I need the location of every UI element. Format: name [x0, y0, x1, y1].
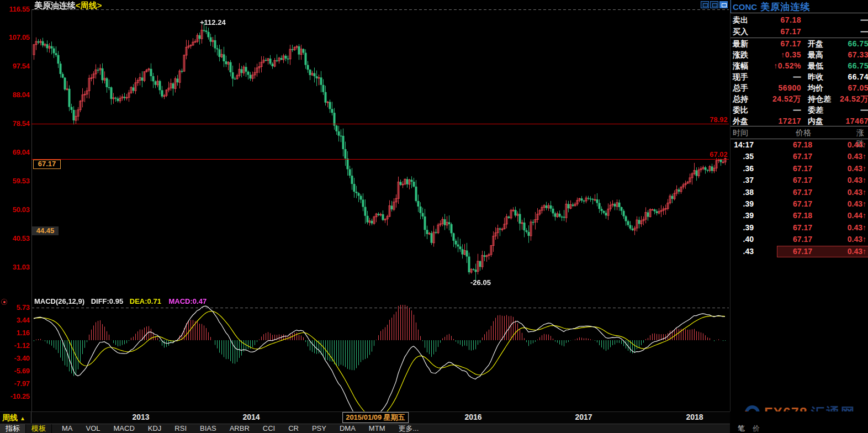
quote-value: —	[829, 104, 868, 115]
chart-symbol-title: 美原油连续	[34, 1, 76, 10]
quote-row: 涨跌↑0.35最高67.33	[731, 49, 868, 60]
quote-label: 昨收	[808, 71, 823, 82]
quote-extra: —	[829, 26, 868, 37]
quote-value: 67.17	[761, 38, 801, 49]
quote-label: 开盘	[808, 38, 823, 49]
trades-header-price: 价格	[796, 127, 811, 138]
trade-change: 0.44↑	[824, 210, 866, 221]
tab-macd[interactable]: MACD	[107, 424, 141, 433]
quote-value: 24.52万	[829, 93, 868, 104]
period-selector[interactable]: 周线 ▲	[0, 412, 31, 423]
tab-vol[interactable]: VOL	[80, 424, 107, 433]
chart-layout-toolbar	[701, 1, 728, 8]
crosshair-date-label: 2015/01/09 星期五	[342, 412, 409, 423]
quote-value: 66.75	[829, 60, 868, 71]
trade-change: 0.43↑	[824, 151, 866, 162]
tab-kdj[interactable]: KDJ	[141, 424, 168, 433]
quote-label: 买入	[733, 26, 748, 37]
macd-title: MACD(26,12,9)	[34, 297, 84, 305]
footer-tab-0[interactable]: 笔	[738, 424, 745, 432]
period-arrow-icon: ▲	[20, 415, 25, 421]
tab-更多[interactable]: 更多...	[391, 424, 425, 433]
trade-time: .37	[731, 175, 754, 186]
trade-row[interactable]: .3967.170.43↑	[731, 222, 868, 234]
trade-row[interactable]: .4367.170.43↑	[731, 246, 868, 257]
quote-panel: CONC美原油连续 卖出67.18—买入67.17—最新67.17开盘66.75…	[730, 0, 868, 411]
quote-row: 总持24.52万持仓差24.52万	[731, 93, 868, 104]
trade-row[interactable]: .3767.170.43↑	[731, 175, 868, 186]
quote-row: 卖出67.18—	[731, 14, 868, 25]
tab-cci[interactable]: CCI	[256, 424, 282, 433]
price-axis-label: 40.53	[1, 234, 30, 242]
footer-tab-1[interactable]: 价	[753, 424, 760, 432]
trade-row[interactable]: .3567.170.43↑	[731, 151, 868, 162]
quote-value: 67.17	[761, 26, 801, 37]
trade-change: 0.44↑	[824, 139, 866, 151]
trade-time: .39	[731, 222, 754, 234]
price-axis-label: 97.54	[1, 62, 30, 70]
macd-axis-label: 3.44	[1, 316, 30, 324]
price-top-gridline	[31, 9, 729, 10]
tab-rsi[interactable]: RSI	[168, 424, 193, 433]
tab-bias[interactable]: BIAS	[193, 424, 223, 433]
trade-price: 67.18	[775, 139, 812, 151]
tab-arbr[interactable]: ARBR	[223, 424, 256, 433]
quote-row: 最新67.17开盘66.75	[731, 38, 868, 49]
trade-time: .35	[731, 151, 754, 162]
watermark-brand: FX678	[764, 405, 808, 411]
price-axis-label: 107.05	[1, 33, 30, 41]
tab-dma[interactable]: DMA	[333, 424, 362, 433]
pane-switch-icon[interactable]	[710, 1, 718, 8]
trade-price: 67.17	[775, 222, 812, 234]
fx678-logo-icon	[745, 405, 760, 411]
quote-label: 总持	[733, 93, 748, 104]
year-label: 2016	[464, 413, 481, 421]
quote-label: 内盘	[808, 115, 823, 126]
quote-value: 17467	[829, 115, 868, 126]
quote-label: 持仓差	[808, 93, 831, 104]
low-annotation: -26.05	[470, 278, 491, 287]
trade-change: 0.43↑	[824, 234, 866, 245]
crosshair-price-tag: 44.45	[32, 226, 59, 235]
trade-row[interactable]: .4067.170.43↑	[731, 234, 868, 245]
tab-cr[interactable]: CR	[282, 424, 305, 433]
tab-templates[interactable]: 模板	[26, 424, 52, 433]
quote-row: 委比—委差—	[731, 104, 868, 115]
symbol-code: CONC	[733, 2, 757, 12]
macd-macd-value: MACD:0.47	[169, 297, 207, 305]
trade-time: .43	[731, 246, 754, 257]
pane-layout-icon[interactable]	[701, 1, 709, 8]
support-line	[31, 159, 729, 160]
quote-value: —	[761, 71, 801, 82]
watermark: FX678 汇通网	[745, 404, 856, 411]
trade-row[interactable]: .3667.170.43↑	[731, 163, 868, 175]
trade-row[interactable]: .3967.170.43↑	[731, 198, 868, 210]
trade-row[interactable]: 14:1767.180.44↑	[731, 139, 868, 151]
quote-label: 委差	[808, 104, 823, 115]
year-label: 2013	[132, 413, 149, 421]
trade-row[interactable]: .3867.170.43↑	[731, 187, 868, 198]
quote-row: 买入67.17—	[731, 26, 868, 37]
macd-axis-label: -7.97	[1, 379, 30, 388]
quote-label: 最高	[808, 49, 823, 60]
tab-indicators[interactable]: 指标	[0, 424, 26, 433]
tab-ma[interactable]: MA	[55, 424, 80, 433]
trade-row[interactable]: .3967.180.44↑	[731, 210, 868, 221]
price-axis-label: 116.55	[1, 5, 30, 13]
trade-change: 0.43↑	[824, 198, 866, 210]
quote-label: 外盘	[733, 115, 748, 126]
macd-top-gridline	[31, 308, 729, 308]
quote-label: 涨跌	[733, 49, 748, 60]
support-line-label: 67.02	[710, 150, 728, 159]
quote-value: 56900	[761, 82, 801, 93]
macd-dea-value: DEA:0.71	[130, 297, 161, 305]
price-axis-label: 88.04	[1, 91, 30, 99]
time-axis: 周线 ▲ 20132014201620172018 2015/01/09 星期五	[0, 411, 730, 424]
trade-change: 0.43↑	[824, 246, 866, 257]
tab-psy[interactable]: PSY	[305, 424, 333, 433]
chart-title: 美原油连续<周线>	[34, 1, 102, 11]
year-label: 2014	[242, 413, 260, 421]
tab-mtm[interactable]: MTM	[362, 424, 392, 433]
macd-axis-label: -1.12	[1, 341, 30, 350]
pane-expand-icon[interactable]	[719, 1, 728, 8]
